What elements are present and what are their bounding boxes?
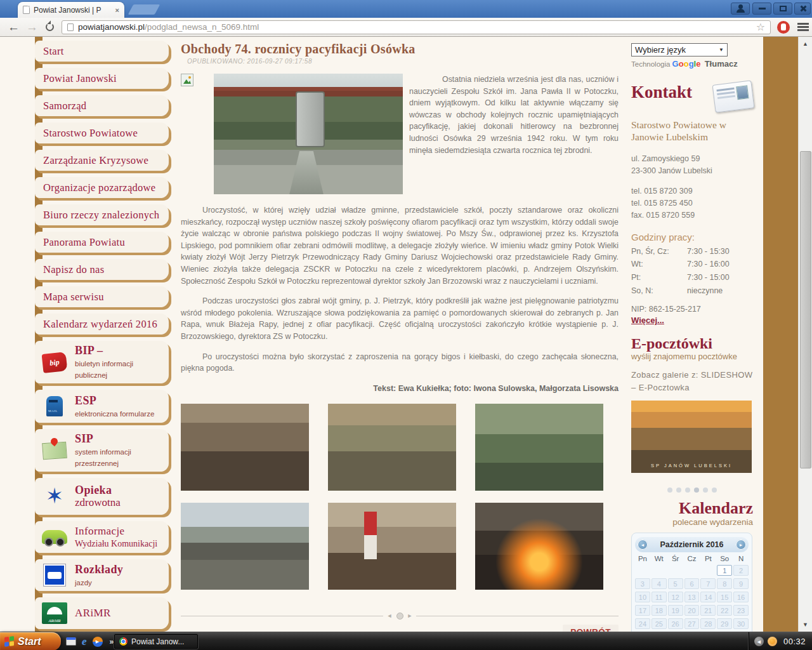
more-link[interactable]: Więcej...: [631, 315, 664, 325]
article-main-photo[interactable]: [214, 74, 403, 194]
menu-item-biuro-rzeczy[interactable]: Biuro rzeczy znalezionych: [35, 204, 169, 225]
tab-close-icon[interactable]: ×: [115, 6, 119, 14]
calendar-day[interactable]: 21: [700, 605, 716, 616]
calendar-day[interactable]: 30: [733, 618, 749, 629]
forward-button[interactable]: →: [26, 21, 38, 33]
menu-item-organizacje[interactable]: Organizacje pozarządowe: [35, 177, 169, 198]
calendar-day[interactable]: 12: [668, 592, 683, 602]
quick-launch-overflow-icon[interactable]: »: [110, 637, 114, 646]
close-button[interactable]: [794, 3, 811, 15]
language-select[interactable]: Wybierz język ▼: [631, 43, 728, 56]
calendar-day[interactable]: 6: [684, 578, 700, 589]
menu-item-rozklady-jazdy[interactable]: Rozkładyjazdy: [35, 559, 169, 591]
new-tab-button[interactable]: [128, 4, 160, 15]
menu-item-zarzadzanie-kryzysowe[interactable]: Zarządzanie Kryzysowe: [35, 150, 169, 171]
slideshow-dot[interactable]: [667, 488, 672, 493]
menu-item-panorama[interactable]: Panorama Powiatu: [35, 232, 169, 253]
calendar-day[interactable]: 3: [635, 578, 650, 589]
slideshow-dot[interactable]: [694, 488, 699, 493]
calendar-next-button[interactable]: ►: [736, 540, 746, 550]
menu-item-esp[interactable]: ESPelektroniczna formularze: [35, 390, 169, 423]
calendar-day[interactable]: 29: [717, 618, 732, 629]
calendar-day[interactable]: 8: [717, 578, 732, 589]
taskbar-task-chrome[interactable]: Powiat Janow...: [114, 634, 198, 649]
menu-item-napisz[interactable]: Napisz do nas: [35, 259, 169, 280]
menu-item-start[interactable]: Start: [35, 41, 169, 62]
calendar-day[interactable]: 20: [684, 605, 700, 616]
url-text[interactable]: powiatjanowski.pl/podglad_newsa_n_5069.h…: [78, 22, 752, 32]
calendar-day[interactable]: 14: [700, 592, 716, 602]
slideshow-image[interactable]: SP JANÓW LUBELSKI: [631, 401, 752, 473]
pager-prev-icon[interactable]: ◄: [387, 613, 393, 619]
minimize-button[interactable]: [752, 3, 771, 15]
slideshow-dot[interactable]: [685, 488, 690, 493]
tray-app-icon[interactable]: [768, 637, 777, 646]
scroll-down-icon[interactable]: ▼: [802, 621, 808, 628]
calendar-day[interactable]: 24: [635, 618, 650, 629]
menu-item-arimr[interactable]: ARiMR: [35, 597, 169, 629]
back-button[interactable]: ←: [8, 21, 20, 33]
photo-thumbnail[interactable]: [475, 503, 603, 590]
menu-item-powiat-janowski[interactable]: Powiat Janowski: [35, 68, 169, 89]
menu-item-mapa-serwisu[interactable]: Mapa serwisu: [35, 286, 169, 307]
photo-thumbnail[interactable]: [181, 503, 309, 590]
pager-next-icon[interactable]: ►: [407, 613, 413, 619]
menu-item-kalendarz-wydarzen[interactable]: Kalendarz wydarzeń 2016: [35, 314, 169, 335]
maximize-button[interactable]: [773, 3, 792, 15]
browser-menu-icon[interactable]: [797, 23, 809, 31]
start-button[interactable]: Start: [0, 632, 61, 650]
menu-item-sip[interactable]: SIPsystem informacji przestrzennej: [35, 429, 169, 472]
refresh-button[interactable]: [46, 23, 54, 31]
back-link[interactable]: POWRÓT: [563, 625, 619, 632]
photo-thumbnail[interactable]: [475, 404, 603, 491]
calendar-day[interactable]: 23: [733, 605, 749, 616]
calendar-day[interactable]: 19: [668, 605, 683, 616]
profile-button[interactable]: [731, 3, 750, 15]
calendar-day[interactable]: 9: [733, 578, 749, 589]
article-image-icon[interactable]: [181, 74, 193, 86]
browser-tab[interactable]: Powiat Janowski | P ×: [18, 2, 124, 18]
menu-item-informacje-komunikacja[interactable]: InformacjeWydziału Komunikacji: [35, 521, 169, 553]
calendar-day[interactable]: 27: [684, 618, 700, 629]
calendar-day[interactable]: 26: [668, 618, 683, 629]
calendar-day[interactable]: 17: [635, 605, 650, 616]
slideshow-dot[interactable]: [703, 488, 708, 493]
calendar-day[interactable]: 7: [700, 578, 716, 589]
menu-item-bip[interactable]: bip BIP –biuletyn informacji publicznej: [35, 341, 169, 383]
menu-item-samorzad[interactable]: Samorząd: [35, 95, 169, 116]
calendar-day[interactable]: 18: [652, 605, 667, 616]
calendar-day[interactable]: 28: [700, 618, 716, 629]
page-scrollbar[interactable]: ▲ ▼: [798, 37, 812, 632]
url-bar[interactable]: powiatjanowski.pl/podglad_newsa_n_5069.h…: [62, 20, 771, 34]
menu-item-starostwo[interactable]: Starostwo Powiatowe: [35, 123, 169, 143]
calendar-day[interactable]: 4: [652, 578, 667, 589]
gallery-link[interactable]: Zobacz galerie z: SLIDESHOW – E-Pocztowk…: [631, 369, 753, 394]
calendar-day[interactable]: 16: [733, 592, 749, 602]
calendar-day[interactable]: 25: [652, 618, 667, 629]
scrollbar-thumb[interactable]: [800, 151, 811, 468]
menu-item-opieka-zdrowotna[interactable]: ✶ Opiekazdrowotna: [35, 478, 169, 515]
calendar-day[interactable]: 15: [717, 592, 732, 602]
quick-launch-ie-icon[interactable]: e: [82, 635, 87, 648]
calendar-day[interactable]: 5: [668, 578, 683, 589]
slideshow-dot[interactable]: [712, 488, 717, 493]
photo-thumbnail[interactable]: [181, 404, 309, 491]
calendar-day[interactable]: 11: [652, 592, 667, 602]
photo-thumbnail[interactable]: [328, 404, 456, 491]
tray-collapse-icon[interactable]: ◄: [754, 637, 764, 646]
calendar-day[interactable]: 10: [635, 592, 650, 602]
slideshow-dot[interactable]: [676, 488, 681, 493]
calendar-day[interactable]: 13: [684, 592, 700, 602]
quick-launch-show-desktop-icon[interactable]: [66, 637, 76, 646]
calendar-prev-button[interactable]: ◄: [638, 540, 648, 550]
scroll-up-icon[interactable]: ▲: [802, 41, 808, 47]
browser-toolbar: ← → powiatjanowski.pl/podglad_newsa_n_50…: [0, 18, 812, 37]
calendar-day[interactable]: 22: [717, 605, 732, 616]
photo-thumbnail[interactable]: [328, 503, 456, 590]
bookmark-star-icon[interactable]: ☆: [756, 21, 765, 33]
tab-title: Powiat Janowski | P: [34, 6, 112, 15]
calendar-day[interactable]: 2: [733, 565, 749, 576]
calendar-day-selected[interactable]: 1: [717, 565, 732, 576]
adblock-extension-icon[interactable]: [777, 21, 790, 34]
quick-launch-media-player-icon[interactable]: ▶: [93, 637, 103, 647]
